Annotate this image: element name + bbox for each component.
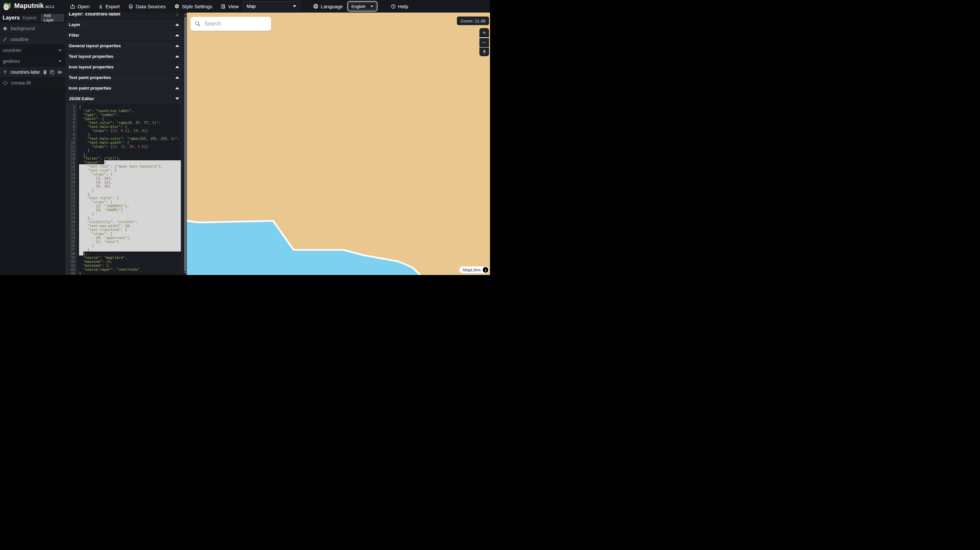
- code-line-16: "text-font": ["Open Sans Semibold"],: [79, 164, 181, 168]
- data-sources-label: Data Sources: [135, 4, 165, 9]
- code-line-9: "text-halo-color": "rgba(255, 255, 255, …: [79, 137, 181, 140]
- line-number: 28: [65, 212, 77, 216]
- line-number: 1: [65, 105, 77, 109]
- json-editor[interactable]: 1234567891011121314151617181920212223242…: [65, 104, 181, 275]
- layer-item-background[interactable]: background: [0, 23, 65, 34]
- chevron-down-icon: [371, 6, 373, 7]
- code-line-18: "stops": [: [79, 172, 181, 176]
- line-number: 16: [65, 164, 77, 168]
- section-text-layout-properties[interactable]: Text layout properties: [65, 51, 184, 62]
- diamond-fill-icon: [3, 27, 8, 30]
- export-button[interactable]: Export: [98, 4, 120, 9]
- delete-icon[interactable]: [43, 70, 47, 75]
- code-line-41: "minzoom": 2,: [79, 264, 181, 267]
- section-filter[interactable]: Filter: [65, 30, 184, 40]
- view-select[interactable]: Map: [243, 1, 300, 11]
- line-number: 22: [65, 188, 77, 192]
- language-menu: Language English: [313, 1, 378, 11]
- globe-icon: [313, 4, 318, 9]
- line-number: 9: [65, 137, 77, 140]
- property-sections: LayerFilterGeneral layout propertiesText…: [65, 19, 184, 104]
- scrollbar-down-arrow-icon[interactable]: [184, 272, 187, 274]
- code-line-35: [2, "none"]: [79, 240, 181, 243]
- code-line-7: "stops": [[2, 0.2], [6, 0]]: [79, 129, 181, 132]
- maplibre-link[interactable]: MapLibre: [463, 267, 481, 272]
- search-icon: [195, 21, 200, 27]
- line-number: 38: [65, 251, 77, 256]
- compass-south-icon: [483, 52, 486, 54]
- section-icon-paint-properties[interactable]: Icon paint properties: [65, 83, 184, 93]
- open-label: Open: [77, 4, 90, 9]
- visibility-icon[interactable]: [57, 70, 62, 74]
- section-json-editor[interactable]: JSON Editor: [65, 93, 184, 104]
- info-icon[interactable]: i: [483, 267, 488, 273]
- scrollbar-thumb[interactable]: [184, 16, 186, 272]
- line-number: 2: [65, 109, 77, 113]
- style-settings-label: Style Settings: [182, 4, 212, 9]
- section-text-paint-properties[interactable]: Text paint properties: [65, 72, 184, 83]
- gear-icon: [174, 4, 180, 9]
- line-number: 35: [65, 240, 77, 243]
- app-logo: Maputnik v2.1.1: [3, 2, 54, 11]
- section-icon-layout-properties[interactable]: Icon layout properties: [65, 62, 184, 72]
- layer-item-coastline[interactable]: coastline: [0, 34, 65, 45]
- line-number: 39: [65, 256, 77, 259]
- chevron-up-icon: [175, 24, 179, 26]
- section-label: Filter: [69, 33, 175, 38]
- map-attribution: MapLibre i: [459, 266, 489, 273]
- panel-scrollbar[interactable]: [183, 13, 187, 275]
- section-label: Text paint properties: [69, 75, 175, 80]
- compass-button[interactable]: [479, 48, 489, 56]
- section-label: Icon layout properties: [69, 64, 175, 69]
- zoom-in-button[interactable]: +: [479, 28, 489, 37]
- section-layer[interactable]: Layer: [65, 19, 184, 30]
- map-canvas[interactable]: Zoom: 11.48 + − MapLibre i: [187, 13, 490, 275]
- section-general-layout-properties[interactable]: General layout properties: [65, 40, 184, 51]
- language-select-value: English: [352, 4, 366, 9]
- layer-group-countries[interactable]: countries: [0, 45, 65, 56]
- layer-actions: [43, 70, 62, 75]
- style-settings-button[interactable]: Style Settings: [174, 4, 212, 9]
- line-number: 33: [65, 232, 77, 236]
- chevron-up-icon: [175, 55, 179, 57]
- data-sources-button[interactable]: Data Sources: [128, 4, 165, 9]
- code-line-11: "stops": [[2, 1], [6, 1.6]]: [79, 145, 181, 148]
- open-button[interactable]: Open: [70, 4, 90, 9]
- language-select[interactable]: English: [348, 2, 376, 10]
- layer-item-crimea-fill[interactable]: crimea-fill: [0, 78, 65, 89]
- json-editor-code[interactable]: { "id": "countries-label", "type": "symb…: [78, 104, 181, 275]
- add-layer-button[interactable]: Add Layer: [41, 14, 64, 22]
- line-number: 11: [65, 145, 77, 148]
- app-title: Maputnik: [14, 2, 44, 10]
- duplicate-icon[interactable]: [50, 70, 54, 75]
- layer-editor-content: Layer: countries-label ⋮ LayerFilterGene…: [65, 13, 184, 275]
- map-render: [187, 13, 490, 275]
- code-line-14: "filter": ["all"],: [79, 156, 181, 160]
- layer-group-geolines[interactable]: geolines: [0, 56, 65, 67]
- layer-label: geolines: [3, 59, 55, 64]
- code-line-28: ]: [79, 212, 181, 216]
- layers-header: Layers Expand Add Layer: [0, 13, 65, 23]
- compass-north-icon: [483, 49, 486, 52]
- code-line-42: "source-layer": "centroids": [79, 267, 181, 271]
- section-label: Text layout properties: [69, 54, 175, 59]
- code-line-37: }: [79, 248, 181, 251]
- line-number: 6: [65, 125, 77, 129]
- zoom-out-button[interactable]: −: [479, 38, 489, 47]
- zoom-level-badge: Zoom: 11.48: [457, 16, 489, 25]
- kebab-menu-icon[interactable]: ⋮: [175, 13, 180, 17]
- layer-item-countries-label[interactable]: Tcountries-label: [0, 67, 65, 78]
- maputnik-app: Maputnik v2.1.1 Open Export: [0, 0, 490, 275]
- help-button[interactable]: ? Help: [391, 4, 408, 9]
- scrollbar-up-arrow-icon[interactable]: [184, 14, 187, 15]
- help-label: Help: [398, 4, 408, 9]
- chevron-down-icon: [175, 97, 179, 100]
- code-line-33: "stops": [: [79, 232, 181, 236]
- line-number: 23: [65, 192, 77, 196]
- code-line-26: [2, "{ABBREV}"],: [79, 204, 181, 208]
- line-number: 8: [65, 132, 77, 137]
- svg-text:?: ?: [393, 5, 394, 8]
- line-number: 13: [65, 153, 77, 156]
- search-input[interactable]: [204, 21, 274, 27]
- expand-button[interactable]: Expand: [20, 14, 39, 22]
